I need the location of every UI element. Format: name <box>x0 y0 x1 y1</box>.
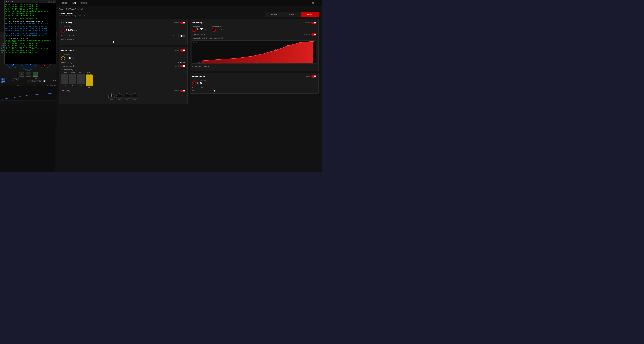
terminal-log-6: 06:33:54 GPU: Share #10 accepted 31 ms <box>5 13 55 14</box>
ab-gauge-mem-sub-unit: MHz <box>12 65 14 66</box>
amd-more-btn[interactable]: ⋮ <box>316 2 318 4</box>
power-limit-slider-row: -50 <box>192 90 316 91</box>
gpu-tuning-header: GPU Tuning Enabled <box>61 22 185 24</box>
gpu-max-freq-track[interactable] <box>66 42 185 42</box>
ab-profile-save[interactable]: 💾 <box>42 80 46 82</box>
tuning-control-title: Tuning Control <box>59 13 265 15</box>
nav-tuning[interactable]: Tuning <box>68 1 78 5</box>
ab-detach-btn[interactable]: DETACH <box>14 81 18 82</box>
tuning-control-label: Tuning Control Select the level of tunin… <box>59 13 265 16</box>
nav-metrics[interactable]: Metrics <box>59 1 68 5</box>
freq-bar-state0: State0 700 <box>61 72 68 86</box>
ab-profile-3[interactable]: 3 <box>33 80 36 82</box>
terminal-window: mineETH ─ □ ✕ 06:33:41 New Job: b05b8a04… <box>4 0 56 64</box>
terminal-row-3: GPU3 62 C 43 27.44 MH/s 7/0/0 1911 4404 … <box>5 28 55 30</box>
fan-speed-value-row: 1531 RPM <box>192 28 208 32</box>
ab-profile-5[interactable]: 5 <box>39 80 42 82</box>
svg-point-5 <box>250 56 252 57</box>
freq-state3-label: State3(Min/Max) <box>86 72 92 75</box>
freq-chart-title: Frequency(MHz) <box>61 69 185 71</box>
gpu-tuning-toggle[interactable] <box>180 22 185 24</box>
gpu-advanced-status: Disabled <box>172 35 179 37</box>
ab-apply-btn[interactable]: ✓ <box>32 72 38 76</box>
voltage-arrow-0 <box>111 94 112 97</box>
gpu-advanced-toggle[interactable] <box>180 35 185 37</box>
freq-value-2: 700 <box>80 85 82 86</box>
amd-content: Radeon RX Vega (Discrete) Tuning Control… <box>55 6 322 172</box>
vram-tuning-header: VRAM Tuning Enabled <box>61 49 185 52</box>
power-consumption-value-row: 130 W <box>192 81 316 86</box>
tuning-mode-manual[interactable]: Manual ✓ <box>301 12 318 17</box>
ab-profile-2[interactable]: 2 <box>30 80 32 82</box>
terminal-log-13: 06:34:02 New Job: add067f7 Difficulty: 4… <box>5 46 55 48</box>
voltage-dial-0: 800 <box>108 94 114 102</box>
ab-settings-btn[interactable]: ⚙ <box>19 72 24 76</box>
power-tuning-card: Power Tuning Enabled Power Consumption 1… <box>190 73 318 94</box>
power-tuning-toggle[interactable] <box>311 75 316 78</box>
tuning-control-subtitle: Select the level of tuning for this GPU <box>59 15 265 16</box>
vram-clock-value-row: 950 MHz <box>61 56 185 60</box>
fan-speed-section: Fan Speed 1531 RPM <box>192 26 208 32</box>
amd-refresh-btn[interactable]: ↺ <box>312 2 314 4</box>
fan-advanced-row: Advanced Control Enabled <box>192 33 316 36</box>
terminal-maximize[interactable]: □ <box>50 1 52 3</box>
voltage-dial-circle-2 <box>124 94 130 100</box>
fan-temp-label: Temperature <box>212 26 223 28</box>
fan-curve-x-labels: 0 %, 0°C 39°C 78°C <box>192 62 316 63</box>
terminal-title: mineETH <box>6 1 13 3</box>
gpu-max-freq-header: Max Frequency (%) <box>61 38 185 40</box>
svg-marker-0 <box>202 41 313 63</box>
ab-status-limit: GPU3 temp limit <box>46 85 56 86</box>
tuning-mode-preset[interactable]: Preset <box>283 12 301 17</box>
ab-startup-btn[interactable]: ▶ <box>1 78 5 82</box>
fan-curve-x-max: 78°C <box>309 62 312 63</box>
ab-profile-1[interactable]: 1 <box>26 80 29 82</box>
gpu-tuning-card: GPU Tuning Enabled Clock Speed 1145 MHz <box>59 19 188 45</box>
ab-info-row: ▶ Startup Graphics Card: Radeon RX Vega … <box>1 77 56 83</box>
memory-timing-value: Automatic <box>176 62 184 64</box>
terminal-close[interactable]: ✕ <box>53 1 55 3</box>
freq-state1-label: State1 <box>71 72 75 73</box>
fan-tuning-toggle[interactable] <box>311 22 316 24</box>
tuning-mode-automatic[interactable]: Automatic <box>265 12 283 17</box>
power-tuning-title: Power Tuning <box>192 75 304 78</box>
ab-reset-btn[interactable]: ↺ <box>26 72 31 76</box>
memory-timing-label: Memory Timing <box>61 62 176 64</box>
freq-value-1: 700 <box>72 85 74 86</box>
ab-profile-4[interactable]: 4 <box>36 80 39 82</box>
fan-temp-value-row: 58 °C <box>212 28 223 32</box>
power-consumption-unit: W <box>203 82 204 84</box>
fine-tuning-toggle[interactable]: ▾ Fine Tuning Controls <box>192 64 316 69</box>
fan-temp-section: Temperature 58 °C <box>212 26 223 32</box>
power-consumption-label: Power Consumption <box>192 79 316 81</box>
nav-advisors[interactable]: Advisors <box>78 1 89 5</box>
fan-curve-section: Fan Speed(PWM(%)) / Temperature(Celsius)… <box>192 37 316 69</box>
memory-timing-select[interactable]: Automatic ▾ <box>176 62 185 64</box>
ab-profile-btns: 1 2 3 4 5 💾 <box>26 80 46 82</box>
freq-bars-container: State0 700 State1 700 <box>61 72 185 88</box>
fan-speed-unit: RPM <box>204 29 208 31</box>
freq-value-0: 700 <box>63 85 66 86</box>
terminal-table-header: GPU Temp Fan Speed Shares Core Mem Power… <box>5 20 55 22</box>
fan-speed-temp-row: Fan Speed 1531 RPM Temperature 58 <box>192 26 316 32</box>
gpu-advanced-row: Advanced Control Disabled <box>61 35 185 37</box>
terminal-row-1: GPU1 59 C 38 27.73 MH/s 10/0/0 1923 4404… <box>5 23 55 25</box>
power-tuning-header: Power Tuning Enabled <box>192 75 316 78</box>
amd-header: Metrics Tuning Advisors ↺ ⋮ <box>55 0 322 6</box>
terminal-minimize[interactable]: ─ <box>48 1 50 3</box>
freq-state0-label: State0 <box>62 72 66 73</box>
vram-advanced-status: Enabled <box>173 65 179 67</box>
gpu-clock-number: 1145 <box>66 29 73 32</box>
ab-temp-label: Temp. <box>43 68 46 70</box>
tuning-right-col: Fan Tuning Enabled Fan Speed 1531 RPM <box>190 19 318 106</box>
gpu-clock-value-row: 1145 MHz <box>61 29 185 33</box>
vram-tuning-toggle[interactable] <box>180 49 185 52</box>
svg-point-3 <box>312 40 314 42</box>
power-limit-track[interactable] <box>197 90 316 91</box>
gpu-clock-label: Clock Speed <box>61 26 185 28</box>
terminal-log-16: 06:34:10 New Job: 8c3e3398 Difficulty: 4… <box>5 52 55 54</box>
voltage-toggle[interactable] <box>180 90 185 92</box>
vram-advanced-toggle[interactable] <box>180 65 185 68</box>
fan-advanced-toggle[interactable] <box>311 33 316 36</box>
freq-bar-0 <box>61 74 68 84</box>
